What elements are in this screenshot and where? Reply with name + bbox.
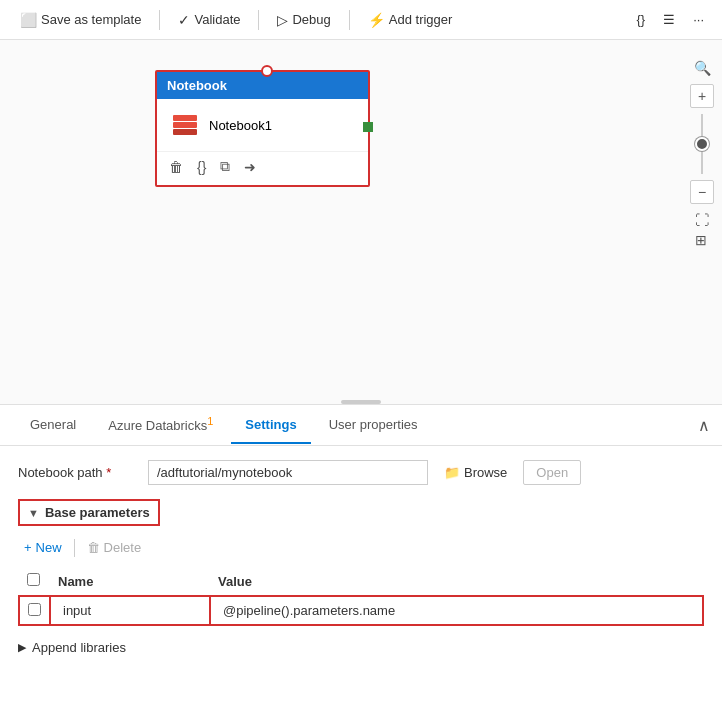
code-button[interactable]: {} — [630, 8, 651, 31]
zoom-slider-thumb[interactable] — [695, 137, 709, 151]
arrow-action-icon[interactable]: ➜ — [244, 159, 256, 175]
search-icon[interactable]: 🔍 — [694, 60, 711, 76]
open-label: Open — [536, 465, 568, 480]
monitor-icon: ☰ — [663, 12, 675, 27]
tab-azure-databricks[interactable]: Azure Databricks1 — [94, 405, 227, 445]
params-table-header: Name Value — [19, 569, 703, 596]
append-libraries-section[interactable]: ▶ Append libraries — [18, 640, 704, 655]
param-checkbox-cell — [19, 596, 50, 625]
notebook-icon — [169, 109, 201, 141]
delete-action-icon[interactable]: 🗑 — [169, 159, 183, 175]
canvas-area: Notebook Notebook1 🗑 {} ⧉ ➜ 🔍 + − — [0, 40, 722, 405]
azure-databricks-badge: 1 — [207, 415, 213, 427]
toolbar: ⬜ Save as template ✓ Validate ▷ Debug ⚡ … — [0, 0, 722, 40]
notebook-path-label: Notebook path * — [18, 465, 138, 480]
node-status-dot — [363, 122, 373, 132]
open-button[interactable]: Open — [523, 460, 581, 485]
new-param-button[interactable]: + New — [18, 536, 68, 559]
delete-icon: 🗑 — [87, 540, 100, 555]
zoom-in-button[interactable]: + — [690, 84, 714, 108]
settings-content: Notebook path * 📁 Browse Open ▼ Base par… — [0, 446, 722, 669]
validate-label: Validate — [194, 12, 240, 27]
notebook-node[interactable]: Notebook Notebook1 🗑 {} ⧉ ➜ — [155, 70, 370, 187]
param-row — [19, 596, 703, 625]
zoom-controls: 🔍 + − ⛶ ⊞ — [690, 60, 714, 248]
param-value-input[interactable] — [219, 601, 694, 620]
validate-button[interactable]: ✓ Validate — [170, 8, 248, 32]
delete-label: Delete — [104, 540, 142, 555]
node-connection-dot — [261, 65, 273, 77]
save-template-label: Save as template — [41, 12, 141, 27]
separator-1 — [159, 10, 160, 30]
tab-general-label: General — [30, 417, 76, 432]
required-marker: * — [106, 465, 111, 480]
node-title: Notebook — [167, 78, 227, 93]
tab-general[interactable]: General — [16, 407, 90, 444]
notebook-node-body: Notebook1 — [157, 99, 368, 151]
param-name-cell — [50, 596, 210, 625]
tab-settings[interactable]: Settings — [231, 407, 310, 444]
delete-param-button[interactable]: 🗑 Delete — [81, 536, 148, 559]
fit-icons: ⛶ ⊞ — [695, 212, 709, 248]
zoom-slider-track — [701, 114, 703, 174]
fit-all-icon[interactable]: ⊞ — [695, 232, 709, 248]
separator-2 — [258, 10, 259, 30]
save-template-button[interactable]: ⬜ Save as template — [12, 8, 149, 32]
plus-icon: + — [24, 540, 32, 555]
fit-screen-icon[interactable]: ⛶ — [695, 212, 709, 228]
value-col-header: Value — [210, 569, 703, 596]
zoom-out-button[interactable]: − — [690, 180, 714, 204]
browse-label: Browse — [464, 465, 507, 480]
base-parameters-section: ▼ Base parameters — [18, 499, 160, 526]
name-col-header: Name — [50, 569, 210, 596]
notebook-node-actions: 🗑 {} ⧉ ➜ — [157, 151, 368, 185]
more-button[interactable]: ··· — [687, 8, 710, 31]
notebook-path-row: Notebook path * 📁 Browse Open — [18, 460, 704, 485]
tab-settings-label: Settings — [245, 417, 296, 432]
tab-azure-databricks-label: Azure Databricks — [108, 418, 207, 433]
new-label: New — [36, 540, 62, 555]
svg-rect-1 — [173, 122, 197, 128]
append-chevron-icon: ▶ — [18, 641, 26, 654]
param-checkbox[interactable] — [28, 603, 41, 616]
tabs: General Azure Databricks1 Settings User … — [0, 405, 722, 446]
monitor-button[interactable]: ☰ — [657, 8, 681, 31]
add-trigger-button[interactable]: ⚡ Add trigger — [360, 8, 461, 32]
separator-3 — [349, 10, 350, 30]
tab-user-properties-label: User properties — [329, 417, 418, 432]
select-all-checkbox[interactable] — [27, 573, 40, 586]
browse-icon: 📁 — [444, 465, 460, 480]
svg-rect-0 — [173, 129, 197, 135]
debug-label: Debug — [292, 12, 330, 27]
append-libraries-label: Append libraries — [32, 640, 126, 655]
code-action-icon[interactable]: {} — [197, 159, 206, 175]
bottom-panel: General Azure Databricks1 Settings User … — [0, 405, 722, 669]
resize-handle[interactable] — [341, 400, 381, 404]
debug-icon: ▷ — [277, 12, 288, 28]
svg-rect-2 — [173, 115, 197, 121]
tab-user-properties[interactable]: User properties — [315, 407, 432, 444]
checkbox-col-header — [19, 569, 50, 596]
params-table: Name Value — [18, 569, 704, 626]
trigger-icon: ⚡ — [368, 12, 385, 28]
param-value-cell — [210, 596, 703, 625]
browse-button[interactable]: 📁 Browse — [438, 461, 513, 484]
save-icon: ⬜ — [20, 12, 37, 28]
debug-button[interactable]: ▷ Debug — [269, 8, 338, 32]
params-actions: + New 🗑 Delete — [18, 536, 704, 559]
notebook-node-header: Notebook — [157, 72, 368, 99]
param-name-input[interactable] — [59, 601, 201, 620]
validate-icon: ✓ — [178, 12, 190, 28]
node-name: Notebook1 — [209, 118, 272, 133]
notebook-path-input[interactable] — [148, 460, 428, 485]
tabs-collapse-icon[interactable]: ∧ — [698, 416, 710, 435]
actions-separator — [74, 539, 75, 557]
copy-action-icon[interactable]: ⧉ — [220, 158, 230, 175]
section-chevron-icon: ▼ — [28, 507, 39, 519]
add-trigger-label: Add trigger — [389, 12, 453, 27]
base-parameters-label: Base parameters — [45, 505, 150, 520]
